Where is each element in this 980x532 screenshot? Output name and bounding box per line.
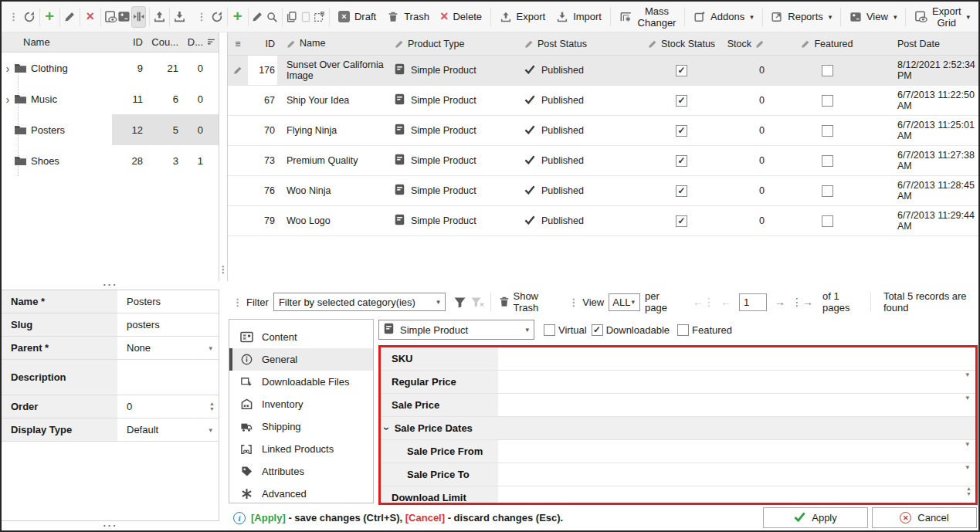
refresh-grid-icon[interactable]	[210, 6, 224, 28]
sort-icon[interactable]	[203, 39, 219, 46]
downloadable-checkbox[interactable]	[592, 324, 603, 336]
show-trash-label[interactable]: Show Trash	[513, 290, 558, 313]
stock-status-checkbox[interactable]	[676, 215, 687, 227]
tab-general[interactable]: General	[229, 348, 373, 371]
featured-checkbox[interactable]	[822, 155, 833, 167]
stock-status-checkbox[interactable]	[676, 65, 687, 76]
preview-clipboard-icon[interactable]	[103, 6, 117, 28]
search-icon[interactable]	[265, 6, 279, 28]
horizontal-splitter[interactable]: ···	[2, 281, 219, 290]
expand-chevron-icon[interactable]: ›	[2, 93, 14, 106]
table-row[interactable]: 76 Woo Ninja Simple Product Published 0 …	[228, 176, 978, 206]
cell-product-type[interactable]: Simple Product	[385, 93, 515, 107]
image-adjust-icon[interactable]	[117, 6, 131, 28]
clear-filter-icon[interactable]	[469, 292, 486, 312]
cell-stock[interactable]: 0	[726, 65, 777, 76]
upload-icon[interactable]	[152, 6, 166, 28]
tab-shipping[interactable]: Shipping	[229, 415, 373, 438]
cell-post-date[interactable]: 6/7/2013 11:22:50 AM	[877, 90, 978, 111]
toolbar-grip[interactable]: ⋮	[5, 11, 22, 22]
stock-status-checkbox[interactable]	[676, 95, 687, 107]
table-row[interactable]: 70 Flying Ninja Simple Product Published…	[228, 116, 978, 146]
per-page-dropdown[interactable]: ALL▾	[609, 293, 640, 311]
cell-id[interactable]: 67	[248, 95, 277, 106]
col-name[interactable]: Name	[277, 38, 385, 49]
cell-post-date[interactable]: 6/7/2013 11:28:45 AM	[877, 180, 978, 202]
expand-chevron-icon[interactable]: ›	[2, 62, 14, 75]
parent-dropdown[interactable]: None▾	[117, 337, 219, 359]
tree-row-posters[interactable]: Posters 1250	[2, 114, 219, 145]
table-row[interactable]: 79 Woo Logo Simple Product Published 0 6…	[228, 206, 978, 236]
spinner-arrows-icon[interactable]: ▲▼	[209, 402, 215, 412]
cell-post-status[interactable]: Published	[515, 65, 637, 76]
tree-row-clothing[interactable]: › Clothing 9210	[2, 53, 219, 83]
sale-price-input[interactable]: ▾	[498, 394, 975, 416]
draft-button[interactable]: ×Draft	[333, 6, 381, 28]
cell-stock[interactable]: 0	[726, 185, 777, 196]
tree-col-name[interactable]: Name	[2, 36, 112, 48]
tree-col-id[interactable]: ID	[112, 36, 143, 48]
delete-button[interactable]: ×Delete	[435, 6, 487, 28]
cell-stock[interactable]: 0	[726, 125, 777, 136]
cell-post-date[interactable]: 6/7/2013 11:25:01 AM	[877, 120, 978, 141]
add-icon[interactable]: +	[42, 6, 56, 28]
cell-name[interactable]: Flying Ninja	[277, 125, 385, 136]
table-row[interactable]: 176 Sunset Over California Image Simple …	[228, 56, 978, 86]
cell-id[interactable]: 70	[248, 125, 277, 136]
sku-input[interactable]	[498, 347, 975, 370]
tab-content[interactable]: Content	[229, 326, 373, 348]
stock-status-checkbox[interactable]	[676, 185, 687, 197]
table-row[interactable]: 67 Ship Your Idea Simple Product Publish…	[228, 86, 978, 116]
cell-id[interactable]: 73	[248, 155, 277, 166]
tree-col-count[interactable]: Cou...	[143, 36, 178, 48]
cell-post-status[interactable]: Published	[515, 125, 637, 137]
cell-post-status[interactable]: Published	[515, 185, 637, 197]
stock-status-checkbox[interactable]	[676, 155, 687, 167]
cell-name[interactable]: Ship Your Idea	[277, 95, 385, 106]
col-post-status[interactable]: Post Status	[515, 39, 637, 49]
tree-col-d[interactable]: D...	[178, 36, 203, 48]
tab-downloadable-files[interactable]: Downloadable Files	[229, 371, 373, 393]
import-button[interactable]: Import	[551, 6, 607, 28]
reports-button[interactable]: Reports▾	[765, 6, 837, 28]
toolbar-grip-2[interactable]: ⋮	[192, 11, 210, 22]
horizontal-splitter[interactable]: ···	[2, 521, 219, 530]
view-button[interactable]: View▾	[844, 6, 902, 28]
edit-product-icon[interactable]	[251, 6, 265, 28]
download-limit-stepper[interactable]: ▲▼	[498, 486, 975, 505]
cell-id[interactable]: 79	[248, 215, 277, 226]
regular-price-input[interactable]: ▾	[498, 371, 975, 393]
addons-button[interactable]: Addons▾	[688, 6, 759, 28]
cell-stock[interactable]: 0	[726, 155, 777, 166]
tab-attributes[interactable]: Attributes	[229, 460, 373, 483]
stock-status-checkbox[interactable]	[676, 125, 687, 137]
next-page-button[interactable]: →	[771, 296, 788, 308]
col-featured[interactable]: Featured	[777, 39, 877, 49]
col-stock[interactable]: Stock	[726, 39, 777, 49]
featured-checkbox[interactable]	[677, 324, 689, 336]
sale-price-to-input[interactable]: ▾	[498, 463, 975, 486]
apply-filter-icon[interactable]	[452, 292, 469, 312]
description-field[interactable]	[117, 360, 219, 395]
col-post-date[interactable]: Post Date	[877, 39, 978, 49]
field-group-sale-price-dates[interactable]: ›Sale Price Dates	[381, 417, 975, 440]
prev-page-button[interactable]: ←	[717, 296, 734, 308]
col-id[interactable]: ID	[248, 39, 277, 49]
tab-advanced[interactable]: Advanced	[229, 483, 373, 505]
tab-inventory[interactable]: Inventory	[229, 393, 373, 415]
name-field[interactable]: Posters	[117, 290, 219, 313]
split-columns-icon[interactable]	[131, 6, 146, 28]
cell-post-date[interactable]: 8/12/2021 2:52:34 PM	[877, 59, 978, 81]
cell-product-type[interactable]: Simple Product	[385, 63, 515, 77]
add-product-icon[interactable]: +	[231, 6, 245, 28]
filter-category-dropdown[interactable]: Filter by selected category(ies)▾	[273, 293, 446, 311]
export-grid-button[interactable]: Export Grid▾	[909, 6, 975, 28]
edit-pencil-icon[interactable]	[63, 6, 77, 28]
cell-id[interactable]: 76	[248, 185, 277, 196]
cell-product-type[interactable]: Simple Product	[385, 124, 515, 137]
cell-product-type[interactable]: Simple Product	[385, 214, 515, 228]
tree-row-shoes[interactable]: Shoes 2831	[2, 145, 219, 176]
display-type-dropdown[interactable]: Default▾	[117, 418, 219, 441]
tree-row-music[interactable]: › Music 1160	[2, 83, 219, 114]
copy-icon[interactable]	[285, 6, 299, 28]
